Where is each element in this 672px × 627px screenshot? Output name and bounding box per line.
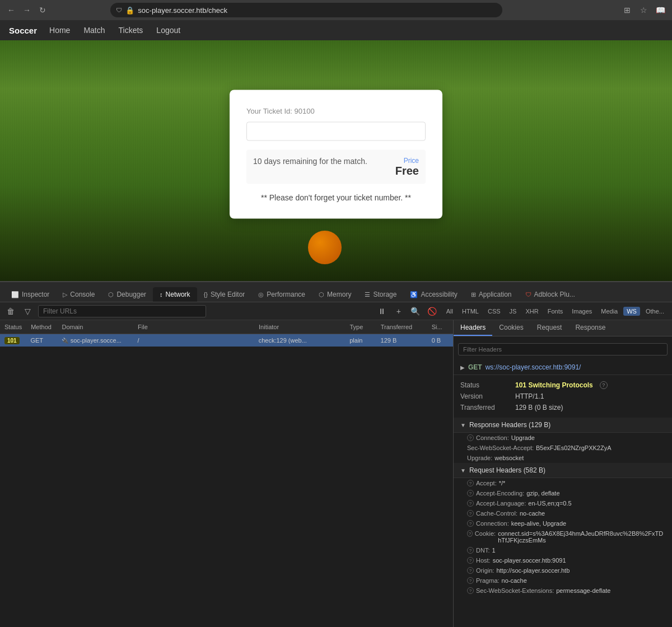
req-help-pragma[interactable]: ? bbox=[467, 577, 474, 584]
filter-css[interactable]: CSS bbox=[484, 307, 504, 316]
ticket-card: Your Ticket Id: 90100 10 days remaining … bbox=[230, 90, 442, 219]
tab-adblock[interactable]: 🛡 Adblock Plu... bbox=[519, 287, 582, 302]
star-button[interactable]: ☆ bbox=[637, 3, 651, 17]
req-help-accept-lang[interactable]: ? bbox=[467, 500, 474, 507]
request-headers-title: Request Headers (582 B) bbox=[469, 466, 545, 474]
back-button[interactable]: ← bbox=[4, 3, 18, 17]
req-help-host[interactable]: ? bbox=[467, 557, 474, 564]
req-help-dnt[interactable]: ? bbox=[467, 547, 474, 554]
console-icon: ▷ bbox=[63, 291, 67, 298]
network-column-headers: Status Method Domain File Initiator Type… bbox=[0, 320, 453, 334]
filter-images[interactable]: Images bbox=[568, 307, 595, 316]
req-help-cookie[interactable]: ? bbox=[467, 530, 473, 537]
details-tab-cookies[interactable]: Cookies bbox=[492, 320, 530, 336]
memory-icon: ⬡ bbox=[319, 291, 324, 298]
tab-console[interactable]: ▷ Console bbox=[56, 287, 101, 302]
address-bar[interactable]: 🛡 🔒 soc-player.soccer.htb/check bbox=[110, 3, 502, 17]
col-initiator[interactable]: Initiator bbox=[254, 322, 345, 331]
req-header-accept: ? Accept: */* bbox=[454, 478, 672, 488]
network-list: Status Method Domain File Initiator Type… bbox=[0, 320, 454, 627]
site-brand: Soccer bbox=[9, 26, 37, 35]
filter-ws[interactable]: WS bbox=[623, 307, 640, 316]
filter-urls-input[interactable] bbox=[38, 305, 206, 317]
response-headers-section[interactable]: ▼ Response Headers (129 B) bbox=[454, 418, 672, 433]
tab-network[interactable]: ↕ Network bbox=[153, 287, 197, 302]
headers-filter-container bbox=[454, 341, 672, 358]
status-text: Switching Protocols bbox=[528, 381, 592, 389]
browser-toolbar: ← → ↻ 🛡 🔒 soc-player.soccer.htb/check ⊞ … bbox=[0, 0, 672, 20]
col-size[interactable]: Si... bbox=[427, 322, 453, 331]
reload-button[interactable]: ↻ bbox=[36, 3, 49, 17]
req-header-pragma: ? Pragma: no-cache bbox=[454, 575, 672, 586]
col-domain[interactable]: Domain bbox=[57, 322, 133, 331]
filter-types: All HTML CSS JS XHR Fonts Images Media W… bbox=[443, 307, 668, 316]
filter-other[interactable]: Othe... bbox=[642, 307, 668, 316]
req-help-accept-enc[interactable]: ? bbox=[467, 490, 474, 497]
col-status[interactable]: Status bbox=[0, 322, 26, 331]
request-headers-toggle: ▼ bbox=[460, 467, 466, 474]
tab-memory[interactable]: ⬡ Memory bbox=[312, 287, 358, 302]
apps-button[interactable]: ⊞ bbox=[620, 3, 634, 17]
req-help-accept[interactable]: ? bbox=[467, 480, 474, 486]
headers-filter-input[interactable] bbox=[458, 343, 668, 355]
col-transferred[interactable]: Transferred bbox=[376, 322, 427, 331]
nav-tickets[interactable]: Tickets bbox=[113, 24, 149, 37]
filter-js[interactable]: JS bbox=[506, 307, 520, 316]
req-help-origin[interactable]: ? bbox=[467, 567, 474, 574]
status-help-icon[interactable]: ? bbox=[600, 381, 608, 389]
tab-storage[interactable]: ☰ Storage bbox=[358, 287, 403, 302]
req-help-sec-ws[interactable]: ? bbox=[467, 587, 474, 594]
tab-performance[interactable]: ◎ Performance bbox=[251, 287, 312, 302]
tab-debugger[interactable]: ⬡ Debugger bbox=[101, 287, 153, 302]
req-help-conn[interactable]: ? bbox=[467, 520, 474, 527]
col-method[interactable]: Method bbox=[26, 322, 57, 331]
details-tab-request[interactable]: Request bbox=[530, 320, 569, 336]
row-size: 0 B bbox=[427, 336, 453, 345]
row-file: / bbox=[133, 336, 254, 345]
nav-home[interactable]: Home bbox=[44, 24, 76, 37]
network-panel: Status Method Domain File Initiator Type… bbox=[0, 320, 672, 627]
nav-match[interactable]: Match bbox=[78, 24, 110, 37]
version-label: Version bbox=[460, 392, 511, 400]
clear-network-button[interactable]: 🗑 bbox=[4, 305, 17, 317]
request-method-url: ▶ GET ws://soc-player.soccer.htb:9091/ bbox=[460, 363, 665, 371]
ticket-input[interactable] bbox=[246, 122, 426, 141]
col-file[interactable]: File bbox=[133, 322, 254, 331]
expand-icon[interactable]: ▶ bbox=[460, 364, 465, 371]
details-tab-headers[interactable]: Headers bbox=[454, 320, 492, 336]
nav-logout[interactable]: Logout bbox=[151, 24, 186, 37]
resp-help-1[interactable]: ? bbox=[467, 434, 474, 441]
forward-button[interactable]: → bbox=[20, 3, 34, 17]
ticket-days: 10 days remaining for the match. bbox=[253, 157, 367, 166]
add-network-button[interactable]: + bbox=[393, 305, 405, 317]
req-help-cache[interactable]: ? bbox=[467, 510, 474, 517]
devtools: ⬜ Inspector ▷ Console ⬡ Debugger ↕ Netwo… bbox=[0, 281, 672, 627]
filter-toggle-button[interactable]: ▽ bbox=[21, 305, 34, 317]
pause-button[interactable]: ⏸ bbox=[376, 305, 388, 317]
no-throttle-button[interactable]: 🚫 bbox=[426, 305, 438, 317]
filter-html[interactable]: HTML bbox=[459, 307, 482, 316]
resp-header-upgrade: Upgrade: websocket bbox=[454, 453, 672, 463]
col-type[interactable]: Type bbox=[345, 322, 376, 331]
row-transferred: 129 B bbox=[376, 336, 427, 345]
resp-header-connection: ? Connection: Upgrade bbox=[454, 433, 672, 443]
network-row[interactable]: 101 GET 🔌 soc-player.socce... / check:12… bbox=[0, 334, 453, 347]
filter-all[interactable]: All bbox=[443, 307, 456, 316]
filter-xhr[interactable]: XHR bbox=[522, 307, 542, 316]
tab-accessibility[interactable]: ♿ Accessibility bbox=[403, 287, 464, 302]
filter-fonts[interactable]: Fonts bbox=[544, 307, 567, 316]
filter-media[interactable]: Media bbox=[598, 307, 621, 316]
lock-icon: 🔒 bbox=[125, 6, 134, 15]
search-network-button[interactable]: 🔍 bbox=[409, 305, 422, 317]
details-tab-response[interactable]: Response bbox=[568, 320, 612, 336]
pocket-button[interactable]: 📖 bbox=[654, 3, 668, 17]
request-headers-section[interactable]: ▼ Request Headers (582 B) bbox=[454, 463, 672, 478]
req-header-dnt: ? DNT: 1 bbox=[454, 545, 672, 555]
transferred-value: 129 B (0 B size) bbox=[515, 404, 563, 411]
ticket-note: ** Please don't forget your ticket numbe… bbox=[246, 193, 426, 202]
tab-inspector[interactable]: ⬜ Inspector bbox=[4, 287, 56, 302]
ticket-id-label: Your Ticket Id: 90100 bbox=[246, 107, 426, 115]
tab-application[interactable]: ⊞ Application bbox=[464, 287, 519, 302]
inspector-icon: ⬜ bbox=[11, 291, 19, 298]
tab-style-editor[interactable]: {} Style Editor bbox=[197, 287, 252, 302]
